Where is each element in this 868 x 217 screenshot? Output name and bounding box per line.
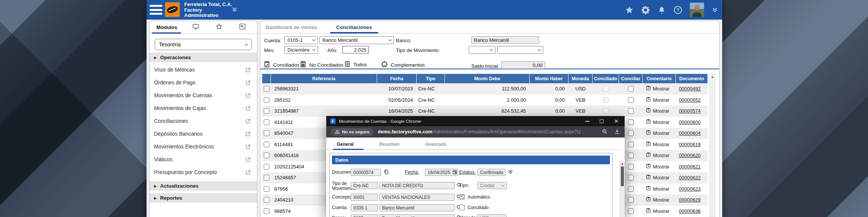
no-conciliados-button[interactable]: No Conciliados bbox=[300, 61, 344, 69]
row-checkbox[interactable] bbox=[264, 153, 269, 158]
title-chevron-double-down-icon[interactable] bbox=[231, 6, 238, 14]
sidebar-item-8[interactable]: Presupuesto por Concepto bbox=[150, 166, 257, 179]
documento-link[interactable]: 00000600 bbox=[679, 119, 701, 125]
mostrar-link[interactable]: Mostrar bbox=[643, 117, 676, 128]
security-badge[interactable]: No es seguro bbox=[331, 128, 374, 136]
tipo-movimiento-code-input[interactable]: Cre-NC bbox=[351, 182, 378, 189]
conciliar-checkbox[interactable] bbox=[628, 108, 634, 114]
documento-link[interactable]: 00000621 bbox=[679, 164, 701, 170]
tipo-movimiento-name-select[interactable] bbox=[497, 46, 543, 54]
tipo-movimiento-name-input[interactable]: NOTA DE CREDITO bbox=[379, 182, 455, 189]
col-conciliado[interactable]: Conciliado bbox=[593, 74, 619, 83]
saldo-inicial-input[interactable]: 0,00 bbox=[501, 61, 545, 69]
mostrar-link[interactable]: Mostrar bbox=[643, 83, 676, 95]
anio-input[interactable]: 2.025 bbox=[342, 46, 369, 53]
row-checkbox[interactable] bbox=[264, 208, 269, 214]
col-fecha[interactable]: Fecha bbox=[377, 74, 417, 83]
expand-chevron-double-icon[interactable] bbox=[507, 169, 513, 175]
mostrar-link[interactable]: Mostrar bbox=[643, 139, 676, 150]
mostrar-link[interactable]: Mostrar bbox=[643, 172, 676, 183]
url-bar[interactable]: demo.factorysoftve.com/Administrativo/Fo… bbox=[378, 129, 598, 134]
tab-resumen[interactable]: Resumen bbox=[379, 140, 400, 150]
mostrar-link[interactable]: Mostrar bbox=[643, 194, 676, 206]
star-outline-icon[interactable] bbox=[215, 23, 223, 32]
conciliar-checkbox[interactable] bbox=[628, 119, 634, 125]
section-reportes[interactable]: ▶ Reportes bbox=[150, 193, 257, 203]
popup-scrollbar[interactable]: ▲ bbox=[620, 162, 625, 217]
row-checkbox[interactable] bbox=[264, 108, 269, 114]
col-conciliar[interactable]: Conciliar bbox=[619, 74, 643, 83]
maximize-icon[interactable] bbox=[600, 119, 604, 123]
close-icon[interactable]: ✕ bbox=[614, 118, 619, 124]
documento-link[interactable]: 00000492 bbox=[679, 86, 701, 92]
conciliados-button[interactable]: Conciliados bbox=[263, 61, 300, 69]
scroll-up-arrow-icon[interactable]: ▲ bbox=[620, 162, 625, 166]
concepto-name-input[interactable]: VENTAS NACIONALES bbox=[379, 194, 455, 201]
mostrar-link[interactable]: Mostrar bbox=[643, 95, 676, 106]
tipo-select[interactable]: Crédito bbox=[477, 182, 507, 189]
row-checkbox[interactable] bbox=[264, 97, 269, 103]
tab-conciliaciones[interactable]: Conciliaciones bbox=[335, 21, 373, 33]
conciliar-checkbox[interactable] bbox=[628, 86, 634, 92]
row-checkbox[interactable] bbox=[264, 142, 269, 147]
conciliar-checkbox[interactable] bbox=[628, 186, 634, 192]
scrollbar-thumb[interactable] bbox=[621, 167, 624, 186]
col-tipo[interactable]: Tipo bbox=[417, 74, 445, 83]
sidebar-item-5[interactable]: Depósitos Bancarios bbox=[150, 127, 257, 140]
sidebar-item-6[interactable]: Movimientos Electrónicos bbox=[150, 140, 257, 153]
estatus-label[interactable]: Estatus: bbox=[459, 170, 475, 175]
copy-icon[interactable] bbox=[384, 169, 389, 175]
col-referencia[interactable]: Referencia bbox=[271, 74, 377, 83]
tab-dashboard-de-ventas[interactable]: Dashboard de Ventas bbox=[265, 21, 318, 33]
conciliar-checkbox[interactable] bbox=[628, 97, 634, 103]
tab-avanzado[interactable]: Avanzado bbox=[425, 140, 447, 150]
todos-button[interactable]: Todos bbox=[344, 61, 367, 69]
documento-link[interactable]: 00000636 bbox=[679, 208, 701, 214]
moneda-select[interactable]: VEB bbox=[477, 214, 507, 217]
mostrar-link[interactable]: Mostrar bbox=[643, 161, 676, 173]
monitor-icon[interactable] bbox=[192, 23, 199, 32]
row-checkbox[interactable] bbox=[264, 186, 269, 192]
sidebar-item-3[interactable]: Movimientos de Cajas bbox=[150, 102, 257, 115]
mostrar-link[interactable]: Mostrar bbox=[643, 150, 676, 161]
complementos-button[interactable]: Complementos bbox=[381, 61, 425, 69]
sidebar-item-1[interactable]: Órdenes de Pago bbox=[150, 76, 257, 89]
documento-input[interactable]: 00000574 bbox=[351, 169, 381, 176]
row-checkbox[interactable] bbox=[264, 86, 269, 92]
documento-link[interactable]: 00000552 bbox=[679, 97, 701, 103]
row-checkbox[interactable] bbox=[264, 175, 269, 180]
zoom-magnifier-icon[interactable] bbox=[602, 128, 608, 136]
banco-name-input[interactable]: Banco Mercantil bbox=[379, 214, 455, 217]
minimize-icon[interactable] bbox=[585, 121, 590, 122]
concepto-code-input[interactable]: I0001 bbox=[351, 194, 378, 201]
estatus-input[interactable]: Confirmado bbox=[477, 169, 506, 176]
tipo-movimiento-code-select[interactable] bbox=[469, 46, 495, 54]
cuenta-name-input[interactable]: Banco Mercantil bbox=[379, 204, 455, 211]
mostrar-link[interactable]: Mostrar bbox=[643, 206, 676, 217]
conciliar-checkbox[interactable] bbox=[628, 175, 634, 180]
mes-select[interactable]: Diciembre bbox=[284, 46, 318, 54]
documento-link[interactable]: 00000629 bbox=[679, 197, 701, 203]
conciliar-checkbox[interactable] bbox=[628, 153, 634, 158]
row-checkbox[interactable] bbox=[264, 197, 269, 203]
sidebar-item-0[interactable]: Visor de Métricas bbox=[150, 63, 257, 76]
sidebar-item-7[interactable]: Viáticos bbox=[150, 153, 257, 166]
help-icon[interactable]: ? bbox=[673, 5, 683, 15]
settings-gear-icon[interactable] bbox=[641, 5, 650, 15]
user-avatar[interactable] bbox=[690, 3, 704, 17]
download-icon[interactable] bbox=[614, 128, 620, 136]
documento-link[interactable]: 00000623 bbox=[679, 186, 701, 192]
cuenta-name-select[interactable]: Banco Mercantil bbox=[319, 36, 394, 44]
favorites-star-icon[interactable] bbox=[625, 6, 634, 14]
automatico-checkbox[interactable] bbox=[459, 194, 465, 200]
fecha-label[interactable]: Fecha: bbox=[405, 170, 419, 175]
conciliar-checkbox[interactable] bbox=[628, 142, 634, 147]
conciliar-checkbox[interactable] bbox=[628, 164, 634, 170]
table-scrollbar[interactable]: ▲ bbox=[709, 74, 715, 217]
cuenta-code-input[interactable]: 0105-1 bbox=[351, 204, 378, 211]
documento-link[interactable]: 00000619 bbox=[679, 142, 701, 147]
tab-modulos[interactable]: Módulos bbox=[150, 21, 184, 34]
notifications-bell-icon[interactable] bbox=[657, 6, 666, 14]
row-checkbox[interactable] bbox=[264, 119, 269, 125]
banco-input[interactable]: Banco Mercantil bbox=[471, 36, 539, 44]
